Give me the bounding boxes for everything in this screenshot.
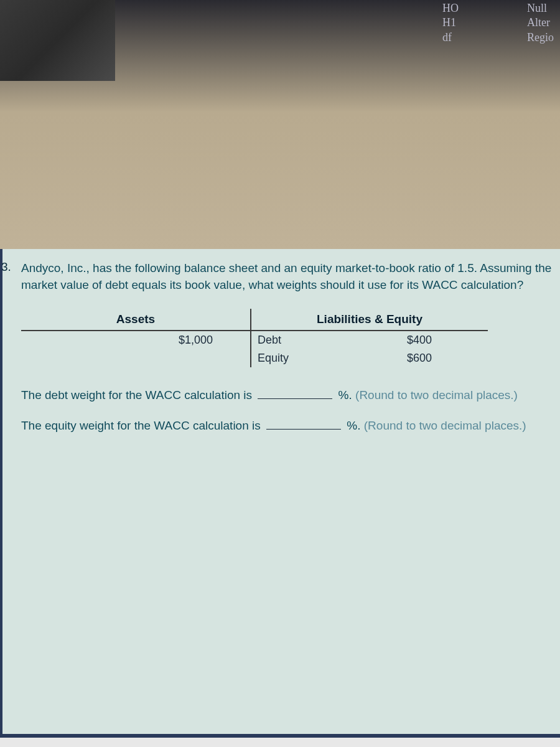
- debt-weight-prefix: The debt weight for the WACC calculation…: [21, 388, 252, 402]
- label-text: HO: [442, 1, 459, 16]
- equity-weight-suffix: %.: [347, 419, 360, 432]
- label-text: df: [442, 31, 459, 45]
- equity-weight-prefix: The equity weight for the WACC calculati…: [21, 419, 261, 432]
- handwritten-labels: HO H1 df Null Alter Regio: [442, 0, 554, 45]
- equity-label: Equity: [258, 352, 407, 365]
- equity-weight-blank[interactable]: [266, 429, 341, 430]
- equity-weight-line: The equity weight for the WACC calculati…: [21, 416, 554, 435]
- debt-value: $400: [407, 334, 482, 347]
- table-header-assets: Assets: [21, 309, 251, 331]
- label-text: Null: [527, 1, 554, 16]
- bottom-strip: [0, 738, 560, 747]
- question-number: 3.: [1, 260, 11, 274]
- assets-label: [27, 334, 169, 347]
- debt-label: Debt: [258, 334, 407, 347]
- label-text: H1: [442, 16, 459, 30]
- table-header-liabilities: Liabilities & Equity: [251, 309, 488, 331]
- question-text: Andyco, Inc., has the following balance …: [21, 260, 554, 293]
- debt-weight-suffix: %.: [338, 388, 352, 402]
- equity-value: $600: [407, 352, 482, 365]
- question-panel: 3. Andyco, Inc., has the following balan…: [0, 249, 560, 738]
- balance-sheet-table: Assets Liabilities & Equity $1,000 Debt …: [21, 309, 488, 367]
- top-background: HO H1 df Null Alter Regio: [0, 0, 560, 249]
- label-text: Alter: [527, 16, 554, 30]
- debt-weight-blank[interactable]: [258, 398, 332, 399]
- photo-corner: [0, 0, 115, 81]
- label-text: Regio: [527, 31, 554, 45]
- debt-weight-line: The debt weight for the WACC calculation…: [21, 386, 554, 405]
- debt-weight-hint: (Round to two decimal places.): [355, 388, 518, 402]
- assets-value: $1,000: [169, 334, 244, 347]
- equity-weight-hint: (Round to two decimal places.): [364, 419, 526, 432]
